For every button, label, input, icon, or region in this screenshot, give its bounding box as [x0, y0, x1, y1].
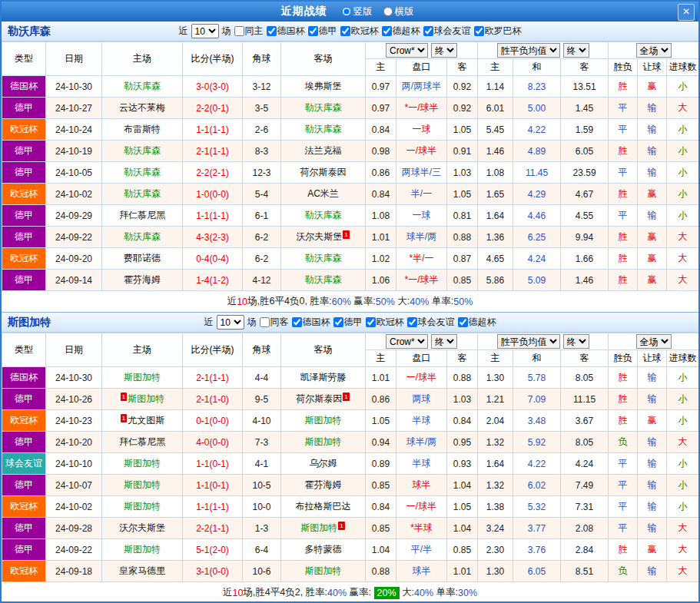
league-checkbox[interactable]: [423, 26, 433, 36]
match-count-select[interactable]: 10: [191, 24, 219, 38]
wdl-average-select[interactable]: 胜平负均值: [497, 334, 560, 349]
goals-result-cell: 小: [667, 205, 699, 227]
asian-home-odds-cell: 1.08: [366, 205, 396, 227]
date-cell: 24-09-22: [46, 539, 102, 561]
asian-home-odds-cell: 0.86: [366, 162, 396, 184]
home-team-name: 拜仁慕尼黑: [119, 210, 165, 220]
asian-away-odds-cell: 0.93: [447, 453, 478, 475]
league-filter[interactable]: 欧冠杯: [366, 316, 404, 329]
same-venue-filter[interactable]: 同客: [260, 316, 289, 329]
handicap-result-cell: 赢: [638, 248, 667, 270]
asian-handicap-cell: 球半/两: [396, 432, 447, 453]
euro-away-odds-cell: 9.94: [561, 227, 609, 248]
asian-away-odds-cell: 1.05: [447, 119, 478, 141]
corner-cell: 12-3: [243, 162, 281, 184]
bookmaker-select[interactable]: Crow*: [386, 334, 428, 349]
league-cell: 德甲: [2, 227, 46, 248]
asian-handicap-cell: 一球: [396, 119, 447, 141]
euro-home-odds-cell: 4.65: [478, 248, 513, 270]
asian-home-odds-cell: 1.05: [366, 410, 396, 432]
league-cell: 德甲: [2, 162, 46, 184]
same-venue-checkbox[interactable]: [234, 26, 244, 36]
handicap-result-cell: 输: [638, 389, 667, 410]
home-team-name: 勒沃库森: [124, 145, 161, 156]
league-filter-label: 德超杯: [393, 25, 420, 38]
layout-option-vertical[interactable]: 竖版: [342, 5, 373, 18]
league-filter[interactable]: 德超杯: [382, 25, 420, 38]
handicap-result-cell: 输: [638, 475, 667, 496]
final-odds-select[interactable]: 终: [431, 43, 457, 58]
league-checkbox[interactable]: [267, 26, 277, 36]
final-odds-select[interactable]: 终: [431, 334, 457, 349]
result-cell: 胜: [609, 141, 638, 162]
same-venue-checkbox[interactable]: [260, 317, 270, 327]
euro-draw-odds-cell: 3.48: [513, 410, 561, 432]
same-venue-filter[interactable]: 同主: [234, 25, 264, 38]
league-filter[interactable]: 德超杯: [458, 316, 496, 329]
league-checkbox[interactable]: [407, 317, 417, 327]
league-filter[interactable]: 德国杯: [292, 316, 330, 329]
final-odds-select-2[interactable]: 终: [563, 334, 589, 349]
league-checkbox[interactable]: [366, 317, 376, 327]
bookmaker-select[interactable]: Crow*: [386, 43, 428, 58]
col-header-corner: 角球: [243, 42, 281, 76]
date-cell: 24-09-20: [46, 248, 102, 270]
close-icon[interactable]: ✕: [678, 4, 695, 21]
section-header: 斯图加特近10场同客德国杯德甲欧冠杯球会友谊德超杯: [2, 313, 698, 333]
league-checkbox[interactable]: [333, 317, 343, 327]
scope-select[interactable]: 全场: [636, 43, 672, 58]
league-checkbox[interactable]: [382, 26, 392, 36]
league-cell: 欧冠杯: [2, 184, 46, 205]
home-team-name: 尤文图斯: [128, 415, 164, 426]
league-filter[interactable]: 球会友谊: [423, 25, 471, 38]
date-cell: 24-09-29: [46, 205, 102, 227]
league-cell: 德甲: [2, 475, 46, 496]
summary-segment: 40%: [414, 588, 433, 598]
league-filter[interactable]: 德甲: [308, 25, 337, 38]
layout-option-horizontal[interactable]: 横版: [383, 5, 414, 18]
away-team-cell: 勒沃库森: [281, 119, 366, 141]
league-filter[interactable]: 德国杯: [267, 25, 305, 38]
match-count-select[interactable]: 10: [217, 315, 244, 330]
league-checkbox[interactable]: [474, 26, 484, 36]
away-team-name: 斯图加特: [300, 522, 337, 533]
league-cell: 德甲: [2, 205, 46, 227]
filter-bar: 近10场同主德国杯德甲欧冠杯德超杯球会友谊欧罗巴杯: [179, 24, 522, 38]
goals-result-cell: 小: [667, 496, 699, 518]
away-team-cell: 埃弗斯堡: [281, 76, 366, 98]
handicap-result-cell: 输: [638, 561, 667, 582]
league-checkbox[interactable]: [458, 317, 468, 327]
goals-result-cell: 大: [667, 248, 699, 270]
league-filter-label: 德超杯: [469, 316, 496, 329]
league-filter[interactable]: 欧冠杯: [340, 25, 379, 38]
date-cell: 24-09-18: [46, 561, 102, 582]
result-cell: 平: [609, 162, 638, 184]
wdl-average-select[interactable]: 胜平负均值: [497, 43, 560, 58]
summary-segment: 赢率:: [347, 586, 373, 599]
scope-select[interactable]: 全场: [636, 334, 672, 349]
league-checkbox[interactable]: [292, 317, 302, 327]
euro-away-odds-cell: 7.31: [561, 496, 609, 518]
match-row: 德甲24-09-28沃尔夫斯堡2-2(1-1)1-3斯图加特10.85*半球1.…: [2, 518, 699, 539]
col-header-asian_handicap: 盘口: [396, 350, 447, 367]
asian-home-odds-cell: 0.97: [366, 98, 396, 119]
vertical-layout-radio[interactable]: [342, 7, 351, 16]
league-filter[interactable]: 欧罗巴杯: [474, 25, 522, 38]
horizontal-layout-radio[interactable]: [383, 7, 393, 16]
goals-result-cell: 小: [667, 76, 699, 98]
league-checkbox[interactable]: [308, 26, 318, 36]
league-checkbox[interactable]: [340, 26, 350, 36]
league-filter[interactable]: 德甲: [333, 316, 363, 329]
corner-cell: 4-4: [243, 367, 281, 389]
goals-result-cell: 大: [667, 227, 699, 248]
date-cell: 24-09-14: [46, 270, 102, 291]
result-cell: 平: [609, 518, 638, 539]
match-row: 德甲24-10-05勒沃库森2-2(2-1)12-3荷尔斯泰因0.86两球半/三…: [2, 162, 699, 184]
goals-result-cell: 小: [667, 162, 699, 184]
asian-handicap-cell: *一/球半: [396, 98, 447, 119]
final-odds-select-2[interactable]: 终: [563, 43, 589, 58]
away-team-name: 乌尔姆: [310, 458, 337, 469]
summary-segment: 50%: [453, 297, 473, 307]
league-filter[interactable]: 球会友谊: [407, 316, 455, 329]
home-team-name: 斯图加特: [124, 479, 161, 490]
